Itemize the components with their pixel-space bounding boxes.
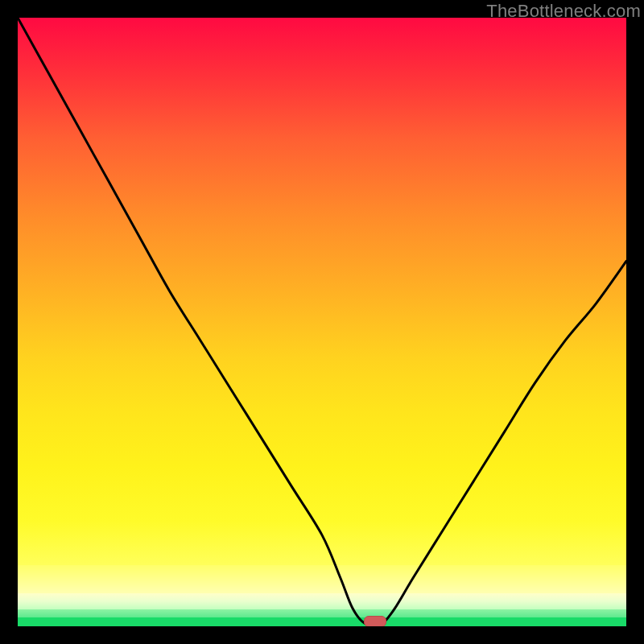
chart-frame: TheBottleneck.com bbox=[0, 0, 644, 644]
min-marker bbox=[364, 616, 386, 626]
bottleneck-curve bbox=[18, 18, 626, 626]
plot-area bbox=[18, 18, 626, 626]
